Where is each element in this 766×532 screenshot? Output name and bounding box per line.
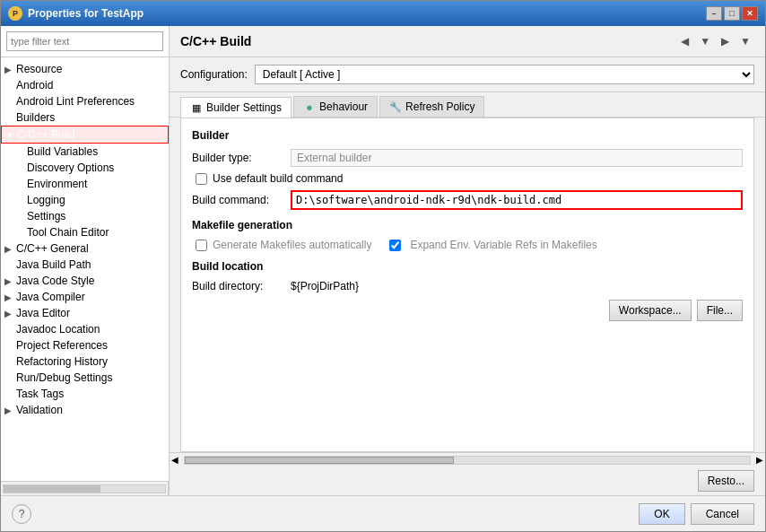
- sidebar-item-run-debug-settings[interactable]: Run/Debug Settings: [1, 370, 169, 386]
- use-default-cmd-row: Use default build command: [192, 172, 743, 185]
- nav-dropdown-button[interactable]: ▼: [696, 33, 714, 49]
- workspace-button[interactable]: Workspace...: [609, 300, 692, 321]
- restore-button[interactable]: Resto...: [698, 470, 754, 492]
- refactoring-history-label: Refactoring History: [16, 355, 108, 368]
- tab-builder-settings[interactable]: ▦ Builder Settings: [180, 97, 292, 118]
- cpp-build-label: C/C++ Build: [17, 128, 75, 141]
- sidebar-item-java-compiler[interactable]: ▶Java Compiler: [1, 289, 169, 305]
- tab-refresh-policy[interactable]: 🔧 Refresh Policy: [379, 96, 484, 117]
- sidebar-item-javadoc-location[interactable]: Javadoc Location: [1, 321, 169, 337]
- scroll-thumb[interactable]: [185, 457, 454, 464]
- sidebar-item-java-code-style[interactable]: ▶Java Code Style: [1, 273, 169, 289]
- tab-content: Builder Builder type: External builder U…: [180, 118, 754, 452]
- build-directory-value: ${ProjDirPath}: [291, 280, 359, 292]
- build-location-section-title: Build location: [192, 260, 743, 273]
- sidebar-item-cpp-build[interactable]: ▼C/C++ Build: [1, 126, 169, 144]
- sidebar-item-task-tags[interactable]: Task Tags: [1, 386, 169, 402]
- generate-makefiles-row: Generate Makefiles automatically Expand …: [192, 239, 743, 251]
- nav-forward-button[interactable]: ▶: [718, 33, 733, 49]
- footer: ? OK Cancel: [1, 495, 765, 531]
- sidebar-item-android-lint[interactable]: Android Lint Preferences: [1, 93, 169, 109]
- nav-menu-button[interactable]: ▼: [736, 33, 754, 49]
- window-icon: P: [8, 6, 22, 21]
- horizontal-scrollbar[interactable]: ◀ ▶: [170, 452, 765, 467]
- cpp-general-label: C/C++ General: [16, 242, 89, 255]
- footer-buttons: OK Cancel: [639, 503, 754, 525]
- sidebar-item-android[interactable]: Android: [1, 77, 169, 93]
- java-editor-label: Java Editor: [16, 307, 70, 319]
- run-debug-settings-label: Run/Debug Settings: [16, 371, 112, 384]
- left-scroll-track: [3, 484, 166, 493]
- builder-type-value: External builder: [291, 149, 743, 167]
- generate-makefiles-checkbox[interactable]: [196, 240, 207, 251]
- behaviour-icon: ●: [303, 100, 316, 113]
- javadoc-location-label: Javadoc Location: [16, 323, 100, 336]
- filter-input[interactable]: [6, 31, 163, 51]
- cpp-build-arrow: ▼: [5, 130, 14, 140]
- validation-arrow: ▶: [4, 406, 13, 415]
- main-window: P Properties for TestApp – □ ✕ ▶Resource…: [0, 0, 766, 532]
- sidebar-item-java-editor[interactable]: ▶Java Editor: [1, 305, 169, 321]
- android-lint-label: Android Lint Preferences: [16, 95, 135, 108]
- build-cmd-input[interactable]: [291, 190, 743, 210]
- sidebar-item-logging[interactable]: Logging: [1, 192, 169, 208]
- sidebar-item-environment[interactable]: Environment: [1, 176, 169, 192]
- android-label: Android: [16, 79, 53, 92]
- use-default-cmd-label: Use default build command: [213, 172, 343, 185]
- sidebar-item-refactoring-history[interactable]: Refactoring History: [1, 353, 169, 370]
- help-button[interactable]: ?: [12, 504, 31, 524]
- nav-back-button[interactable]: ◀: [677, 33, 692, 49]
- close-button[interactable]: ✕: [742, 6, 758, 21]
- window-title: Properties for TestApp: [28, 7, 706, 20]
- right-panel: C/C++ Build ◀ ▼ ▶ ▼ Configuration: Defau…: [170, 26, 765, 495]
- title-bar-controls: – □ ✕: [706, 6, 758, 21]
- resource-label: Resource: [16, 63, 62, 75]
- sidebar-item-validation[interactable]: ▶Validation: [1, 402, 169, 418]
- minimize-button[interactable]: –: [706, 6, 722, 21]
- content-buttons: Workspace... File...: [192, 300, 743, 321]
- builder-type-row: Builder type: External builder: [192, 149, 743, 167]
- tab-behaviour[interactable]: ● Behaviour: [293, 96, 378, 117]
- java-compiler-label: Java Compiler: [16, 291, 85, 303]
- generate-makefiles-label: Generate Makefiles automatically: [213, 239, 371, 251]
- settings-label: Settings: [27, 210, 65, 222]
- builders-label: Builders: [16, 111, 55, 124]
- build-directory-label: Build directory:: [192, 280, 291, 292]
- right-content: Builder Builder type: External builder U…: [170, 118, 765, 495]
- expand-env-checkbox[interactable]: [389, 240, 401, 251]
- sidebar-item-discovery-options[interactable]: Discovery Options: [1, 160, 169, 176]
- sidebar-item-java-build-path[interactable]: Java Build Path: [1, 257, 169, 273]
- sidebar-item-build-variables[interactable]: Build Variables: [1, 144, 169, 160]
- config-select[interactable]: Default [ Active ]: [255, 65, 754, 84]
- builder-type-label: Builder type:: [192, 152, 291, 164]
- sidebar-item-resource[interactable]: ▶Resource: [1, 61, 169, 77]
- java-editor-arrow: ▶: [4, 309, 13, 318]
- java-code-style-arrow: ▶: [4, 276, 13, 286]
- refresh-policy-icon: 🔧: [389, 100, 402, 113]
- sidebar-item-settings[interactable]: Settings: [1, 208, 169, 224]
- project-references-label: Project References: [16, 339, 108, 352]
- tool-chain-editor-label: Tool Chain Editor: [27, 226, 109, 239]
- file-button[interactable]: File...: [697, 300, 743, 321]
- filter-box: [1, 26, 169, 57]
- expand-env-label: Expand Env. Variable Refs in Makefiles: [410, 239, 596, 251]
- makefile-section-title: Makefile generation: [192, 219, 743, 231]
- sidebar-item-tool-chain-editor[interactable]: Tool Chain Editor: [1, 224, 169, 240]
- sidebar-item-project-references[interactable]: Project References: [1, 337, 169, 353]
- use-default-cmd-checkbox[interactable]: [196, 173, 207, 185]
- logging-label: Logging: [27, 194, 65, 206]
- ok-button[interactable]: OK: [639, 503, 684, 525]
- cancel-button[interactable]: Cancel: [691, 503, 754, 525]
- sidebar-item-builders[interactable]: Builders: [1, 109, 169, 126]
- left-panel: ▶ResourceAndroidAndroid Lint Preferences…: [1, 26, 170, 495]
- restore-row: Resto...: [170, 467, 765, 495]
- cpp-general-arrow: ▶: [4, 244, 13, 254]
- tree-area: ▶ResourceAndroidAndroid Lint Preferences…: [1, 57, 169, 481]
- discovery-options-label: Discovery Options: [27, 161, 114, 174]
- left-scrollbar[interactable]: [1, 481, 169, 495]
- maximize-button[interactable]: □: [724, 6, 740, 21]
- sidebar-item-cpp-general[interactable]: ▶C/C++ General: [1, 240, 169, 257]
- build-directory-row: Build directory: ${ProjDirPath}: [192, 280, 743, 292]
- scroll-right-btn[interactable]: ▶: [754, 455, 765, 465]
- scroll-left-btn[interactable]: ◀: [170, 455, 180, 465]
